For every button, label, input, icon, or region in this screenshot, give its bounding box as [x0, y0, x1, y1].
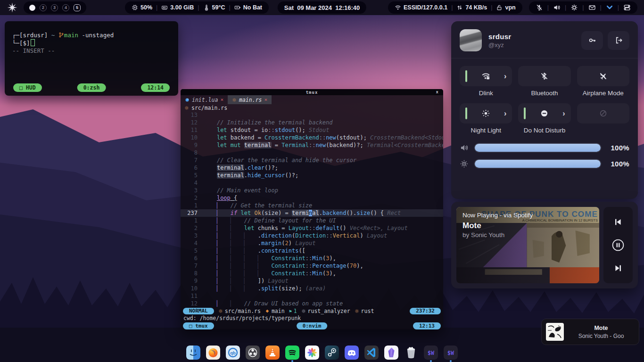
logout-button[interactable]	[608, 31, 629, 50]
notification-popup[interactable]: Mote Sonic Youth - Goo	[541, 319, 639, 345]
line-text: loop {	[203, 194, 443, 202]
line-text: // Initialize the terminal backend	[203, 119, 443, 126]
line-number: 3	[181, 232, 203, 239]
toggle-label: Airplane Mode	[577, 90, 629, 97]
chevron-right-icon[interactable]: ›	[504, 110, 506, 117]
workspace-2[interactable]: 2	[40, 4, 47, 11]
workspace-5[interactable]: 5	[74, 4, 81, 11]
quick-toggles: ›DlinkBluetoothAirplane Mode›Night Light…	[460, 66, 629, 140]
sw-2-icon: $W	[444, 346, 458, 360]
bluetooth-off-icon	[540, 72, 549, 81]
line-number: 12	[181, 119, 203, 126]
line-text: // Clear the terminal and hide the curso…	[203, 156, 443, 164]
notification-album-art	[546, 323, 564, 341]
line-number: 10	[181, 134, 203, 141]
finder-icon	[186, 346, 200, 360]
dock-sw-2[interactable]: $W	[444, 346, 458, 360]
line-text: ▏ ▏ let chunks = Layout::default() Vec<R…	[203, 224, 443, 232]
line-text	[203, 149, 443, 156]
dock-trash[interactable]	[404, 346, 418, 360]
dock-obsidian[interactable]	[384, 346, 398, 360]
dock-sw-1[interactable]: $W	[424, 346, 438, 360]
album-art: SHAPE OF PUNK TO COME A CHIMERICAL BOMBI…	[456, 207, 599, 283]
toggle-bluetooth[interactable]	[518, 66, 570, 86]
clock-widget[interactable]: Sat 09 Mar 2024 12:16:40	[278, 1, 366, 14]
workspace-3[interactable]: 3	[51, 4, 58, 11]
separator: |	[600, 4, 602, 11]
toggle-blank[interactable]	[577, 103, 629, 123]
workspace-1[interactable]	[29, 5, 35, 11]
level-sliders: 100%100%	[460, 143, 629, 168]
line-text	[203, 111, 443, 119]
dock-spotify[interactable]	[285, 346, 299, 360]
code-line: 3 ▏ ▏ ▏ .direction(Direction::Vertical) …	[181, 232, 443, 239]
chevron-down-button[interactable]	[606, 4, 613, 11]
window-titlebar[interactable]: tmux x	[181, 89, 443, 95]
prompt-user: srdusr	[23, 32, 44, 39]
tmux-session[interactable]: □ tmux	[183, 322, 214, 329]
separator: |	[156, 4, 157, 11]
chevron-right-icon[interactable]: ›	[562, 110, 565, 117]
window-close-button[interactable]: x	[436, 89, 439, 95]
line-text: ▏ ▏ ▏ ]) Layout	[203, 277, 443, 285]
separator: |	[582, 4, 584, 11]
dock-vscode[interactable]	[364, 346, 379, 360]
wifi-item: ESSID/127.0.0.1	[395, 4, 447, 11]
code-line: 11 let stdout = io::stdout(); Stdout	[181, 126, 443, 134]
clock-text: Sat 09 Mar 2024 12:16:40	[284, 4, 360, 11]
toggle-airplane-mode[interactable]	[577, 66, 629, 86]
tab-label: main.rs	[239, 97, 262, 103]
dock-photos[interactable]	[305, 346, 319, 360]
git-status: -unstaged	[78, 32, 114, 39]
next-button[interactable]	[612, 262, 624, 274]
toggles-button[interactable]	[623, 4, 631, 11]
mail-button[interactable]	[588, 4, 596, 11]
dock-firefox[interactable]	[206, 346, 220, 360]
user-handle: @xyz	[488, 41, 575, 49]
dock-discord[interactable]	[345, 346, 359, 360]
dock-obs[interactable]	[246, 346, 260, 360]
lock-open-icon	[496, 4, 503, 11]
dock-vlc[interactable]	[265, 346, 280, 360]
launcher-logo-icon[interactable]	[7, 2, 18, 13]
brightness-icon	[460, 159, 469, 168]
settings-button[interactable]	[570, 4, 578, 11]
tab-main.rs[interactable]: main.rs×	[228, 95, 272, 104]
volume-button[interactable]	[553, 4, 561, 11]
active-indicator	[465, 70, 467, 82]
rust-lang-icon	[355, 309, 359, 313]
dnd-icon	[540, 109, 549, 118]
line-number: 9	[181, 141, 203, 149]
tab-close-button[interactable]: ×	[220, 97, 223, 103]
tab-close-button[interactable]: ×	[264, 97, 267, 103]
svg-text:$W: $W	[447, 350, 454, 356]
chevron-right-icon[interactable]: ›	[504, 73, 506, 80]
dock-qbittorrent[interactable]: qb	[226, 346, 240, 360]
mic-muted-button[interactable]	[536, 4, 543, 11]
toggle-dlink[interactable]: ›	[460, 66, 512, 86]
previous-button[interactable]	[612, 216, 624, 228]
line-text: ▏ ▏ // Define layout for the UI	[203, 217, 443, 224]
separator: |	[491, 4, 492, 11]
brightness-slider[interactable]	[475, 160, 601, 168]
workspace-4[interactable]: 4	[62, 4, 69, 11]
memory-text: 3.00 GiB	[170, 4, 194, 11]
winbar: src/main.rs	[181, 104, 443, 111]
tmux-window-nvim[interactable]: 0:nvim	[297, 322, 328, 329]
dock-finder[interactable]	[186, 346, 200, 360]
git-icon	[265, 309, 270, 313]
flag-icon: ⚑	[289, 309, 292, 314]
key-button[interactable]	[581, 31, 603, 50]
code-line: 12 ▏ ▏ // Draw UI based on app state	[181, 300, 443, 307]
tab-init.lua[interactable]: init.lua×	[181, 95, 228, 104]
dock-steam[interactable]	[325, 346, 339, 360]
tmux-session-name[interactable]: □ HUD	[13, 83, 42, 92]
volume-slider[interactable]	[475, 144, 601, 152]
code-line: 10 ▏ ▏ ▏ .split(size); (area)	[181, 285, 443, 292]
tmux-window-zsh[interactable]: 0:zsh	[77, 83, 106, 92]
line-number: 4	[181, 239, 203, 247]
toggle-do-not-disturb[interactable]: ›	[518, 103, 570, 123]
line-number: 6	[181, 164, 203, 172]
pause-button[interactable]	[612, 239, 624, 251]
toggle-night-light[interactable]: ›	[460, 103, 512, 123]
